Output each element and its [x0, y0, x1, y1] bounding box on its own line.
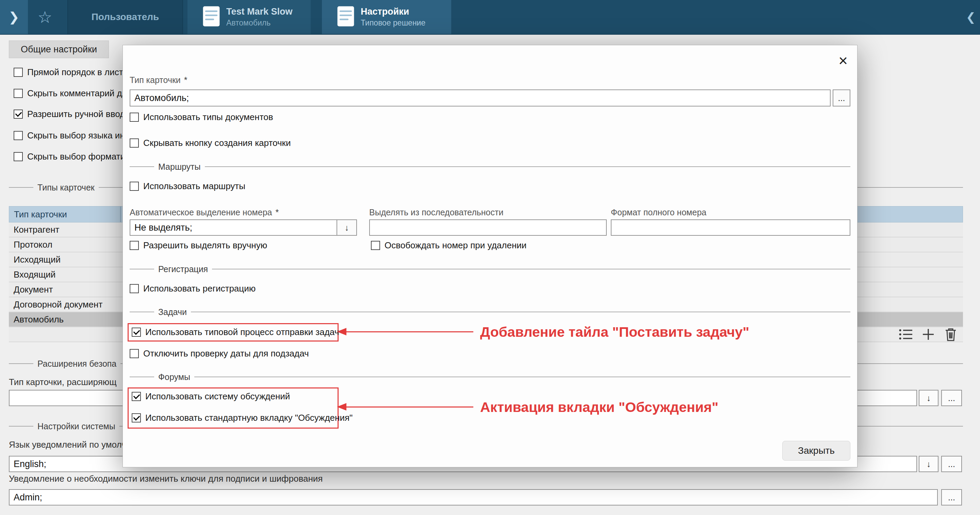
card-type-input[interactable]: Автомобиль;	[130, 89, 830, 106]
checkbox-label: Скрыть выбор языка инте	[27, 130, 134, 141]
section-title: Настройки системы	[37, 421, 115, 431]
cell-card-type: Исходящий	[14, 254, 60, 265]
document-icon	[337, 6, 355, 28]
checkbox-allow-manual-numbering[interactable]: Разрешить выделять вручную	[130, 240, 267, 250]
auto-number-select[interactable]: Не выделять;	[130, 219, 337, 236]
checkbox-box[interactable]	[14, 68, 23, 77]
checkbox-label: Разрешить выделять вручную	[143, 240, 267, 251]
checkbox-use-task-process[interactable]: Использовать типовой процесс отправки за…	[132, 327, 339, 337]
row-details-icon[interactable]	[898, 327, 913, 342]
section-title: Маршруты	[158, 162, 201, 172]
tab-user[interactable]: Пользователь	[67, 0, 183, 34]
checkbox-label: Использовать типовой процесс отправки за…	[145, 327, 339, 337]
checkbox-box[interactable]	[14, 89, 23, 98]
checkbox-disable-subtask-date-check[interactable]: Отключить проверку даты для подзадач	[130, 349, 309, 358]
checkbox-hide-language[interactable]: Скрыть выбор языка инте	[14, 130, 134, 140]
section-title: Форумы	[158, 372, 190, 382]
card-type-label: Тип карточки*	[130, 75, 188, 85]
checkbox-box[interactable]	[14, 152, 23, 161]
annotation-arrow-tasks	[343, 331, 473, 332]
field-value: English;	[14, 459, 46, 469]
section-forums: Форумы	[130, 372, 850, 381]
dropdown-arrow-button[interactable]: ↓	[919, 390, 939, 406]
top-navigation-bar: ❯ ☆ Пользователь Test Mark Slow Автомоби…	[0, 0, 980, 35]
favorites-star-icon[interactable]: ☆	[28, 0, 62, 34]
label-text: Автоматическое выделение номера	[130, 208, 272, 217]
add-row-icon[interactable]	[921, 327, 936, 342]
annotation-text-forums: Активация вкладки "Обсуждения"	[480, 399, 718, 415]
dropdown-arrow-button[interactable]: ↓	[919, 456, 939, 472]
cell-card-type: Протокол	[14, 240, 52, 250]
full-number-format-input[interactable]	[611, 219, 850, 236]
sequence-input[interactable]	[369, 219, 607, 236]
checkbox-label: Использовать стандартную вкладку "Обсужд…	[145, 413, 353, 423]
more-options-button[interactable]: ...	[833, 89, 850, 106]
checkbox-box[interactable]	[132, 392, 141, 401]
checkbox-use-document-types[interactable]: Использовать типы документов	[130, 112, 273, 122]
close-dialog-button[interactable]: Закрыть	[782, 441, 850, 461]
full-number-format-label: Формат полного номера	[611, 208, 706, 217]
section-tasks: Задачи	[130, 307, 850, 316]
checkbox-box[interactable]	[130, 349, 139, 358]
close-icon[interactable]: ×	[838, 53, 848, 68]
checkbox-box[interactable]	[371, 241, 380, 250]
checkbox-box[interactable]	[130, 113, 139, 122]
checkbox-hide-comment[interactable]: Скрыть комментарий для	[14, 89, 132, 98]
cell-card-type: Контрагент	[14, 224, 59, 235]
checkbox-use-registration[interactable]: Использовать регистрацию	[130, 284, 256, 293]
checkbox-use-routes[interactable]: Использовать маршруты	[130, 181, 245, 191]
keys-notification-label: Уведомление о необходимости изменить клю…	[9, 474, 323, 484]
cell-card-type: Входящий	[14, 269, 56, 280]
checkbox-use-default-discussion-tab[interactable]: Использовать стандартную вкладку "Обсужд…	[132, 413, 353, 423]
tab-general-settings[interactable]: Общие настройки	[9, 40, 109, 58]
expand-chevron-icon[interactable]: ❯	[0, 0, 28, 34]
sequence-label: Выделять из последовательности	[369, 208, 503, 217]
checkbox-box[interactable]	[130, 284, 139, 293]
more-options-button[interactable]: ...	[941, 489, 962, 505]
collapse-chevron-icon[interactable]: ❮	[962, 0, 980, 34]
section-routes: Маршруты	[130, 162, 850, 171]
keys-notification-input[interactable]: Admin;	[9, 489, 938, 505]
checkbox-allow-manual-input[interactable]: Разрешить ручной ввод и	[14, 109, 132, 119]
required-mark: *	[275, 208, 279, 217]
auto-number-label: Автоматическое выделение номера*	[130, 208, 279, 217]
annotation-arrow-forums	[343, 407, 473, 407]
checkbox-box[interactable]	[14, 110, 23, 119]
checkbox-label: Скрыть выбор форматиро	[27, 151, 135, 162]
checkbox-box[interactable]	[14, 131, 23, 140]
checkbox-box[interactable]	[130, 138, 139, 148]
document-icon	[202, 6, 220, 28]
tab-title: Test Mark Slow	[226, 6, 293, 17]
checkbox-label: Скрывать кнопку создания карточки	[143, 138, 291, 148]
label-text: Тип карточки	[130, 75, 181, 85]
checkbox-release-number-on-delete[interactable]: Освобождать номер при удалении	[371, 240, 527, 250]
cell-card-type: Автомобиль	[14, 314, 64, 325]
dropdown-arrow-button[interactable]: ↓	[337, 219, 357, 236]
section-title: Задачи	[158, 307, 187, 317]
checkbox-hide-formatting[interactable]: Скрыть выбор форматиро	[14, 152, 135, 161]
annotation-text-tasks: Добавление тайла "Поставить задачу"	[480, 324, 749, 340]
checkbox-box[interactable]	[130, 182, 139, 191]
tab-settings[interactable]: Настройки Типовое решение	[322, 0, 451, 34]
checkbox-label: Использовать систему обсуждений	[145, 391, 290, 402]
column-header-card-type[interactable]: Тип карточки	[9, 207, 121, 222]
checkbox-label: Использовать маршруты	[143, 181, 245, 192]
more-options-button[interactable]: ...	[941, 390, 962, 406]
checkbox-box[interactable]	[130, 241, 139, 250]
checkbox-label: Разрешить ручной ввод и	[27, 109, 132, 119]
field-value: Admin;	[14, 492, 42, 503]
tab-title: Настройки	[361, 6, 425, 17]
checkbox-hide-create-button[interactable]: Скрывать кнопку создания карточки	[130, 138, 291, 148]
card-type-settings-dialog: × Тип карточки* Автомобиль; ... Использо…	[123, 45, 858, 467]
checkbox-label: Использовать регистрацию	[143, 283, 256, 294]
checkbox-use-discussions[interactable]: Использовать систему обсуждений	[132, 391, 290, 401]
cell-card-type: Договорной документ	[14, 299, 102, 310]
checkbox-direct-order[interactable]: Прямой порядок в листе	[14, 67, 128, 77]
checkbox-label: Освобождать номер при удалении	[385, 240, 527, 251]
more-options-button[interactable]: ...	[941, 456, 962, 472]
checkbox-box[interactable]	[132, 413, 141, 423]
checkbox-box[interactable]	[132, 327, 141, 337]
tab-test-mark-slow[interactable]: Test Mark Slow Автомобиль	[188, 0, 311, 34]
checkbox-label: Использовать типы документов	[143, 112, 273, 122]
delete-row-trash-icon[interactable]	[943, 327, 958, 342]
